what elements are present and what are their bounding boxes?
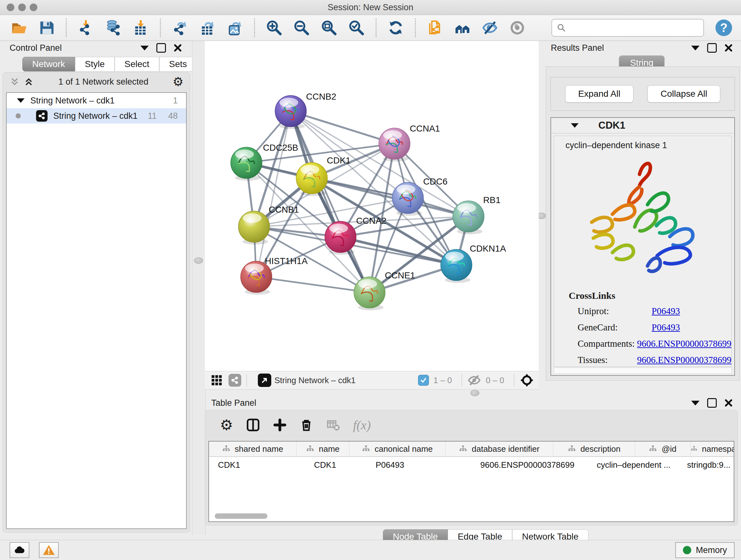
share-document-icon[interactable]: [426, 19, 444, 37]
network-node-rb1[interactable]: [453, 201, 484, 234]
results-panel: Results Panel String Expand All Collapse…: [542, 41, 741, 391]
network-canvas[interactable]: CCNB2CCNA1CDC25BCDK1CDC6RB1CCNB1CCNA2CDK…: [205, 41, 539, 371]
panel-menu-icon[interactable]: [691, 401, 699, 406]
import-network-icon[interactable]: [77, 19, 95, 37]
create-column-plus-icon[interactable]: [273, 418, 286, 432]
zoom-out-icon[interactable]: [293, 19, 311, 37]
crosslink-link[interactable]: P06493: [652, 322, 680, 333]
tab-select[interactable]: Select: [115, 57, 159, 71]
left-splitter-grip[interactable]: [194, 257, 203, 264]
network-edge-ccnb2-ccna1[interactable]: [291, 111, 394, 144]
float-panel-icon[interactable]: [707, 43, 717, 53]
float-panel-icon[interactable]: [156, 43, 166, 53]
delete-column-trash-icon[interactable]: [299, 418, 313, 432]
network-node-ccne1[interactable]: [354, 277, 385, 310]
zoom-in-icon[interactable]: [265, 19, 283, 37]
network-label: String Network – cdk1: [53, 111, 138, 121]
crosslink-link[interactable]: P06493: [652, 306, 680, 316]
network-share-icon[interactable]: [228, 374, 241, 387]
network-row[interactable]: String Network – cdk1 11 48: [7, 108, 186, 124]
warnings-button[interactable]: [39, 542, 59, 558]
expand-all-button[interactable]: Expand All: [565, 85, 633, 103]
zoom-selected-icon[interactable]: [347, 19, 365, 37]
collapse-all-button[interactable]: Collapse All: [648, 85, 720, 103]
tab-sets[interactable]: Sets: [159, 57, 197, 71]
show-eye-icon[interactable]: [509, 19, 526, 37]
collapse-all-icon[interactable]: [9, 76, 20, 87]
delete-table-icon: [326, 418, 340, 432]
horizontal-scrollbar-thumb[interactable]: [215, 513, 267, 519]
birds-eye-view-icon[interactable]: [258, 374, 271, 387]
string-home-icon[interactable]: [454, 19, 471, 37]
open-session-icon[interactable]: [10, 19, 28, 37]
column-header-id[interactable]: @id: [635, 442, 690, 456]
network-list: String Network – cdk1 1 String Network –…: [6, 92, 187, 529]
network-node-cdc25b[interactable]: [231, 147, 262, 181]
close-panel-icon[interactable]: [174, 44, 182, 52]
grid-view-icon[interactable]: [211, 374, 223, 386]
left-splitter[interactable]: [192, 41, 205, 535]
protein-structure-image: [574, 153, 711, 281]
network-node-hist1h1a[interactable]: [241, 261, 272, 295]
selected-count: 1 – 0: [433, 375, 452, 385]
string-network-icon: [36, 110, 48, 122]
search-icon: [556, 23, 566, 33]
close-panel-icon[interactable]: [724, 399, 733, 407]
window-titlebar: Session: New Session: [0, 0, 741, 15]
import-table-icon[interactable]: [132, 19, 150, 37]
control-panel-title: Control Panel: [10, 43, 62, 53]
export-network-icon[interactable]: [171, 19, 189, 37]
crosslink-link[interactable]: 9606.ENSP00000378699: [637, 355, 731, 365]
cloud-button[interactable]: [10, 542, 29, 558]
current-network-dot-icon: [16, 113, 21, 118]
show-columns-icon[interactable]: [246, 418, 260, 432]
node-label-cdkn1a: CDKN1A: [470, 244, 506, 253]
tab-style[interactable]: Style: [75, 57, 115, 71]
refresh-view-icon[interactable]: [387, 19, 405, 37]
bottom-splitter-grip[interactable]: [470, 390, 479, 396]
collection-disclosure-icon[interactable]: [17, 98, 24, 103]
gene-card-header[interactable]: CDK1: [551, 118, 734, 133]
close-panel-icon[interactable]: [724, 44, 733, 52]
column-header-database-identifier[interactable]: database identifier: [446, 442, 553, 456]
fit-target-icon[interactable]: [520, 373, 534, 388]
network-options-gear-icon[interactable]: ⚙: [173, 76, 184, 88]
panel-menu-icon[interactable]: [691, 46, 699, 51]
network-node-cdc6[interactable]: [392, 182, 423, 216]
selected-checkbox-icon[interactable]: [418, 375, 429, 386]
export-table-icon[interactable]: [199, 19, 216, 37]
table-row[interactable]: CDK1CDK1P064939606.ENSP00000378699cyclin…: [209, 457, 734, 473]
network-node-ccnb1[interactable]: [239, 211, 270, 245]
network-collection-row[interactable]: String Network – cdk1 1: [7, 93, 186, 108]
gene-card: CDK1 cyclin–dependent kinase 1: [550, 117, 735, 376]
results-scroll-strip[interactable]: [554, 368, 732, 374]
gene-disclosure-icon[interactable]: [571, 123, 579, 128]
network-edge-hist1h1a-ccne1[interactable]: [256, 277, 369, 293]
column-header-shared-name[interactable]: shared name: [209, 442, 296, 456]
network-node-cdkn1a[interactable]: [441, 249, 472, 283]
column-header-description[interactable]: description: [553, 442, 635, 456]
expand-all-icon[interactable]: [23, 76, 34, 87]
gene-description: cyclin–dependent kinase 1: [554, 136, 731, 150]
crosslink-label: Compartments:: [578, 338, 637, 349]
memory-button[interactable]: Memory: [675, 542, 735, 558]
column-header-namespace[interactable]: namespace: [690, 442, 734, 456]
import-network-database-icon[interactable]: [105, 19, 122, 37]
column-header-name[interactable]: name: [296, 442, 349, 456]
help-button[interactable]: ?: [716, 19, 732, 36]
column-header-canonical-name[interactable]: canonical name: [349, 442, 446, 456]
tab-network[interactable]: Network: [22, 57, 75, 71]
network-node-ccna1[interactable]: [379, 128, 410, 162]
zoom-fit-icon[interactable]: [320, 19, 338, 37]
panel-menu-icon[interactable]: [140, 46, 149, 51]
hide-panels-icon[interactable]: [481, 19, 499, 37]
save-session-icon[interactable]: [38, 19, 56, 37]
crosslink-link[interactable]: 9606.ENSP00000378699: [637, 338, 731, 349]
search-input[interactable]: [566, 21, 703, 35]
float-panel-icon[interactable]: [707, 398, 717, 408]
export-image-icon[interactable]: [226, 19, 244, 37]
table-settings-gear-icon[interactable]: ⚙: [220, 418, 233, 432]
function-builder-icon: f(x): [353, 418, 371, 433]
window-title: Session: New Session: [0, 3, 741, 12]
search-box[interactable]: [551, 19, 704, 37]
